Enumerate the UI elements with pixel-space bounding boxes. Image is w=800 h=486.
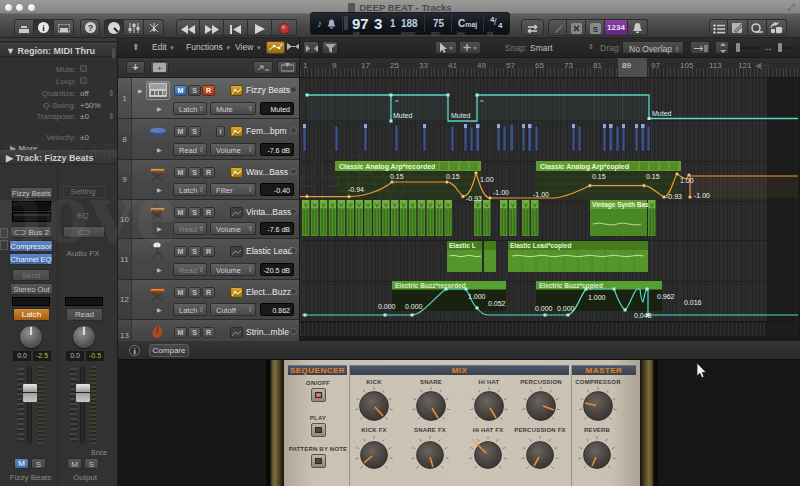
svg-text:Classic Analog Arp*copied: Classic Analog Arp*copied: [540, 163, 629, 171]
svg-text:1.00: 1.00: [680, 177, 694, 184]
svg-text:=: =: [395, 98, 399, 104]
svg-text:-1.00: -1.00: [493, 189, 509, 196]
svg-text:Elastic Lead*copied: Elastic Lead*copied: [510, 242, 571, 250]
svg-text:Elastic L: Elastic L: [449, 242, 476, 249]
svg-text:0.048: 0.048: [634, 312, 652, 319]
svg-text:S: S: [592, 25, 598, 34]
svg-text:0.15: 0.15: [592, 173, 606, 180]
svg-text:1.00: 1.00: [480, 176, 494, 183]
svg-text:0.15: 0.15: [646, 173, 660, 180]
svg-text:1.000: 1.000: [588, 294, 606, 301]
svg-text:0.15: 0.15: [446, 173, 460, 180]
svg-text:Electric Buzz*recorded: Electric Buzz*recorded: [395, 282, 466, 289]
svg-text:-1.00: -1.00: [533, 191, 549, 198]
svg-text:0.000: 0.000: [535, 305, 553, 312]
svg-text:-0.93: -0.93: [466, 195, 482, 202]
svg-text:0.962: 0.962: [657, 293, 675, 300]
svg-text:0.016: 0.016: [684, 299, 702, 306]
svg-text:-1.00: -1.00: [694, 192, 710, 199]
svg-text:0.052: 0.052: [488, 300, 506, 307]
svg-text:1.000: 1.000: [468, 293, 486, 300]
svg-text:0.000: 0.000: [378, 303, 396, 310]
svg-text:Muted: Muted: [393, 112, 413, 119]
svg-text:0.000: 0.000: [405, 303, 423, 310]
svg-text:=: =: [480, 98, 484, 104]
svg-text:Muted: Muted: [451, 112, 471, 119]
svg-text:+: +: [157, 64, 162, 73]
svg-text:?: ?: [87, 23, 93, 33]
svg-text:0.000: 0.000: [557, 305, 575, 312]
svg-text:-0.93: -0.93: [666, 193, 682, 200]
svg-text:Vintage Synth Bas: Vintage Synth Bas: [592, 201, 649, 209]
svg-text:Muted: Muted: [652, 110, 672, 117]
